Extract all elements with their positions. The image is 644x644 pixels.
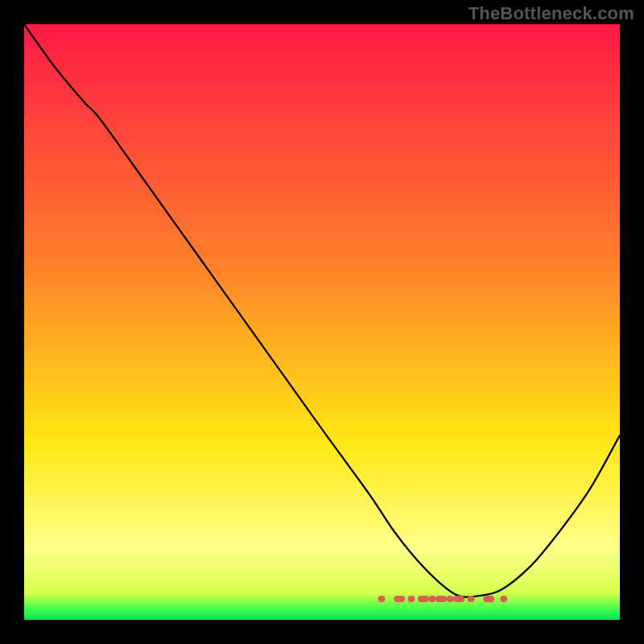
marker-dot xyxy=(394,596,405,602)
marker-dot xyxy=(378,596,386,602)
marker-dot xyxy=(418,596,429,602)
chart-background xyxy=(24,24,620,620)
marker-dot xyxy=(453,596,464,602)
marker-dot xyxy=(483,596,494,602)
watermark-text: TheBottleneck.com xyxy=(469,3,634,24)
marker-dot xyxy=(500,596,507,602)
marker-dot xyxy=(408,596,415,602)
optimal-range-markers xyxy=(378,596,508,602)
marker-dot xyxy=(447,596,454,602)
marker-dot xyxy=(436,596,447,602)
chart-container: TheBottleneck.com xyxy=(0,0,644,644)
marker-dot xyxy=(468,596,475,602)
marker-dot xyxy=(428,596,436,602)
chart-svg xyxy=(24,24,620,620)
